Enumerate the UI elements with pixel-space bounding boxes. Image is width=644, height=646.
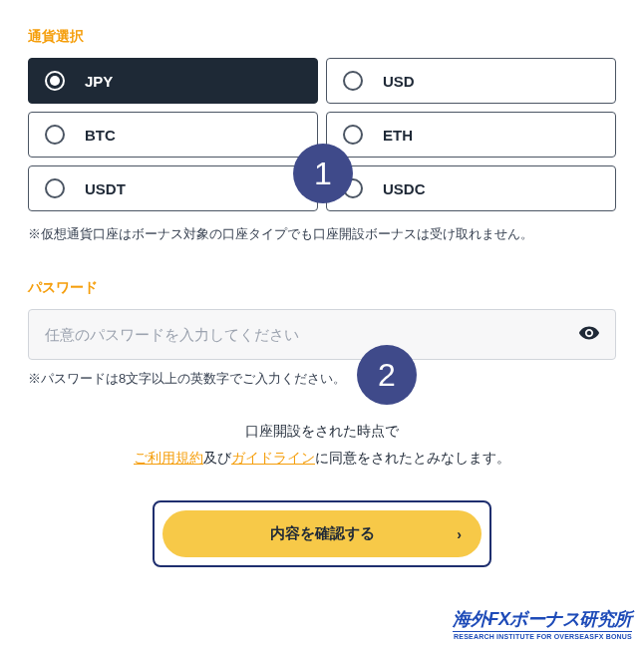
consent-and: 及び <box>203 450 231 466</box>
currency-option-label: USDC <box>383 180 426 197</box>
eye-icon[interactable] <box>578 322 600 348</box>
radio-icon <box>45 71 65 91</box>
currency-option-usd[interactable]: USD <box>326 58 616 104</box>
radio-icon <box>343 125 363 145</box>
currency-option-eth[interactable]: ETH <box>326 112 616 158</box>
currency-option-usdc[interactable]: USDC <box>326 165 616 211</box>
guidelines-link[interactable]: ガイドライン <box>231 450 315 466</box>
currency-option-label: USDT <box>85 180 126 197</box>
currency-option-usdt[interactable]: USDT <box>28 165 318 211</box>
radio-icon <box>343 71 363 91</box>
password-label: パスワード <box>28 279 616 297</box>
chevron-right-icon: › <box>457 526 462 542</box>
submit-label: 内容を確認する <box>270 524 375 541</box>
submit-button[interactable]: 内容を確認する › <box>162 510 482 557</box>
currency-option-label: ETH <box>383 127 413 144</box>
brand-en: RESEARCH INSTITUTE FOR OVERSEASFX BONUS <box>453 631 632 640</box>
currency-option-label: BTC <box>85 127 116 144</box>
consent-after: に同意をされたとみなします。 <box>315 450 510 466</box>
password-input[interactable] <box>28 309 616 360</box>
consent-line1: 口座開設をされた時点で <box>245 423 399 439</box>
currency-option-label: USD <box>383 73 415 90</box>
submit-outline: 内容を確認する › <box>153 500 491 567</box>
brand-logo: 海外FXボーナス研究所 RESEARCH INSTITUTE FOR OVERS… <box>453 607 632 640</box>
step-badge-1: 1 <box>293 144 353 203</box>
currency-note: ※仮想通貨口座はボーナス対象の口座タイプでも口座開設ボーナスは受け取れません。 <box>28 225 616 243</box>
currency-option-jpy[interactable]: JPY <box>28 58 318 104</box>
brand-jp: 海外FXボーナス研究所 <box>453 607 632 631</box>
radio-icon <box>45 178 65 198</box>
password-note: ※パスワードは8文字以上の英数字でご入力ください。 <box>28 370 616 388</box>
currency-option-label: JPY <box>85 73 113 90</box>
currency-label: 通貨選択 <box>28 28 616 46</box>
step-badge-2: 2 <box>357 345 417 405</box>
radio-icon <box>45 125 65 145</box>
password-field-wrap <box>28 309 616 360</box>
consent-text: 口座開設をされた時点で ご利用規約及びガイドラインに同意をされたとみなします。 <box>28 418 616 471</box>
terms-link[interactable]: ご利用規約 <box>134 450 203 466</box>
currency-option-btc[interactable]: BTC <box>28 112 318 158</box>
